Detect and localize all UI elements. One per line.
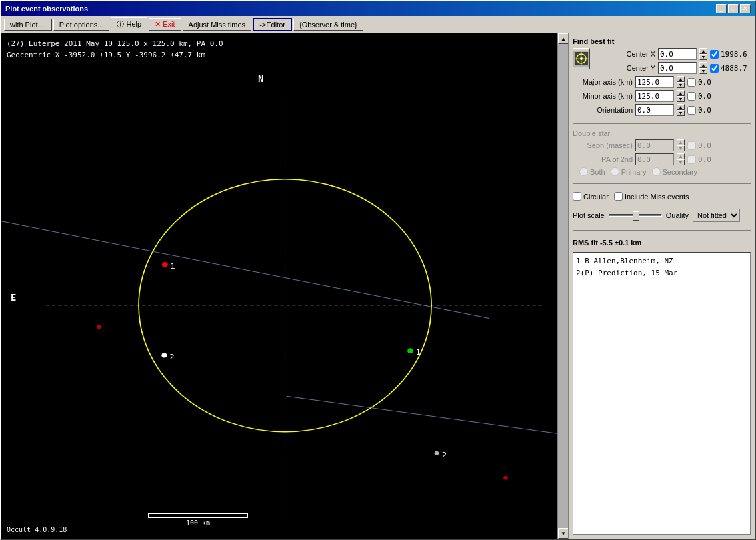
- center-x-spinner[interactable]: ▲ ▼: [699, 48, 707, 60]
- radio-primary: [611, 167, 619, 176]
- content-area: (27) Euterpe 2011 May 10 125.0 x 125.0 k…: [1, 33, 755, 539]
- minor-axis-row: Minor axis (km) ▲ ▼ 0.0: [573, 90, 751, 102]
- title-bar: Plot event observations _ □ ✕: [1, 1, 755, 16]
- help-button[interactable]: ⓘ Help: [111, 17, 147, 31]
- sepn-spinner: ▲ ▼: [677, 139, 685, 151]
- minor-axis-up[interactable]: ▲: [677, 90, 685, 96]
- major-axis-down[interactable]: ▼: [677, 82, 685, 88]
- pa-2nd-down: ▼: [677, 159, 685, 165]
- scroll-down-button[interactable]: ▼: [558, 528, 568, 539]
- radio-secondary-item: Secondary: [652, 167, 698, 176]
- plot-scale-slider-thumb[interactable]: [633, 211, 639, 221]
- observer-time-button[interactable]: {Observer & time}: [293, 19, 363, 31]
- sepn-input: [635, 139, 674, 151]
- major-axis-input[interactable]: [635, 76, 674, 88]
- divider-3: [573, 230, 751, 231]
- window-title: Plot event observations: [5, 5, 88, 13]
- close-button[interactable]: ✕: [740, 4, 751, 13]
- orientation-label: Orientation: [573, 106, 633, 114]
- plot-scale-slider-track[interactable]: [609, 214, 662, 217]
- quality-select[interactable]: Not fitted: [693, 209, 740, 222]
- center-x-checkbox[interactable]: [710, 50, 719, 59]
- sepn-checkbox: [687, 141, 696, 150]
- sepn-down: ▼: [677, 145, 685, 151]
- center-y-down[interactable]: ▼: [699, 68, 707, 74]
- center-y-checkbox-group: 4888.7: [710, 64, 754, 73]
- orientation-input[interactable]: [635, 104, 674, 116]
- version-label: Occult 4.0.9.18: [7, 526, 67, 533]
- svg-text:2: 2: [169, 353, 174, 361]
- find-fields: Center X ▲ ▼ 1998.6: [595, 48, 754, 76]
- major-axis-checkbox[interactable]: [687, 78, 696, 87]
- minor-axis-input[interactable]: [635, 90, 674, 102]
- quality-label: Quality: [666, 211, 689, 219]
- plot-scrollbar[interactable]: ▲ ▼: [557, 33, 568, 539]
- minor-axis-checkbox[interactable]: [687, 92, 696, 101]
- sepn-label: Sepn (masec): [573, 141, 633, 149]
- scroll-track[interactable]: [558, 44, 568, 528]
- result-line-2: 2(P) Prediction, 15 Mar: [576, 267, 747, 279]
- radio-both: [579, 167, 588, 176]
- center-x-checkbox-group: 1998.6: [710, 50, 754, 59]
- center-x-row: Center X ▲ ▼ 1998.6: [595, 48, 754, 60]
- circular-label: Circular: [583, 193, 609, 201]
- orientation-up[interactable]: ▲: [677, 104, 685, 110]
- rms-label: RMS fit -5.5 ±0.1 km: [573, 239, 751, 247]
- minor-axis-down[interactable]: ▼: [677, 96, 685, 102]
- editor-button[interactable]: ->Editor: [253, 18, 292, 31]
- sepn-row: Sepn (masec) ▲ ▼ 0.0: [573, 139, 751, 151]
- svg-point-12: [435, 451, 439, 455]
- center-y-up[interactable]: ▲: [699, 62, 707, 68]
- minimize-button[interactable]: _: [716, 4, 727, 13]
- minor-axis-checkbox-group: 0.0: [687, 92, 731, 101]
- center-x-down[interactable]: ▼: [699, 54, 707, 60]
- find-best-fit-row: Center X ▲ ▼ 1998.6: [573, 48, 751, 76]
- orientation-row: Orientation ▲ ▼ 0.0: [573, 104, 751, 116]
- pa-2nd-input: [635, 153, 674, 165]
- window-controls: _ □ ✕: [716, 4, 751, 13]
- include-miss-label: Include Miss events: [625, 193, 689, 201]
- center-y-checkbox[interactable]: [710, 64, 719, 73]
- find-best-fit-section: Find best fit: [573, 37, 751, 118]
- exit-button[interactable]: ✕ Exit: [149, 18, 181, 31]
- center-y-input[interactable]: [658, 62, 697, 74]
- adjust-miss-button[interactable]: Adjust Miss times: [183, 19, 252, 31]
- pa-2nd-spinner: ▲ ▼: [677, 153, 685, 165]
- sepn-checkbox-group: 0.0: [687, 141, 731, 150]
- find-best-fit-title: Find best fit: [573, 37, 751, 45]
- center-x-up[interactable]: ▲: [699, 48, 707, 54]
- major-axis-spinner[interactable]: ▲ ▼: [677, 76, 685, 88]
- minor-axis-spinner[interactable]: ▲ ▼: [677, 90, 685, 102]
- major-axis-label: Major axis (km): [573, 78, 633, 86]
- pa-2nd-up: ▲: [677, 153, 685, 159]
- plot-options-button[interactable]: Plot options...: [53, 19, 110, 31]
- radio-primary-label: Primary: [621, 168, 647, 176]
- orientation-down[interactable]: ▼: [677, 110, 685, 116]
- scroll-up-button[interactable]: ▲: [558, 33, 568, 44]
- major-axis-up[interactable]: ▲: [677, 76, 685, 82]
- plot-scale-row: Plot scale Quality Not fitted: [573, 209, 751, 222]
- center-y-label: Center Y: [595, 64, 655, 72]
- svg-point-7: [162, 353, 167, 357]
- pa-2nd-row: PA of 2nd ▲ ▼ 0.0: [573, 153, 751, 165]
- major-axis-row: Major axis (km) ▲ ▼ 0.0: [573, 76, 751, 88]
- radio-both-label: Both: [590, 168, 605, 176]
- center-y-spinner[interactable]: ▲ ▼: [699, 62, 707, 74]
- double-star-section: Double star Sepn (masec) ▲ ▼ 0.0: [573, 129, 751, 178]
- maximize-button[interactable]: □: [728, 4, 739, 13]
- pa-2nd-label: PA of 2nd: [573, 155, 633, 163]
- circular-checkbox[interactable]: [573, 192, 581, 201]
- center-x-input[interactable]: [658, 48, 697, 60]
- svg-point-9: [407, 348, 413, 353]
- with-plot-button[interactable]: with Plot....: [4, 19, 52, 31]
- double-star-title: Double star: [573, 129, 751, 137]
- circular-check-item: Circular: [573, 192, 609, 201]
- fit-icon-button[interactable]: [573, 48, 590, 69]
- pa-2nd-checkbox-group: 0.0: [687, 155, 731, 164]
- center-y-row: Center Y ▲ ▼ 4888.7: [595, 62, 754, 74]
- include-miss-checkbox[interactable]: [614, 192, 623, 201]
- center-x-result: 1998.6: [721, 50, 754, 59]
- orientation-checkbox[interactable]: [687, 106, 696, 115]
- divider-1: [573, 123, 751, 124]
- orientation-spinner[interactable]: ▲ ▼: [677, 104, 685, 116]
